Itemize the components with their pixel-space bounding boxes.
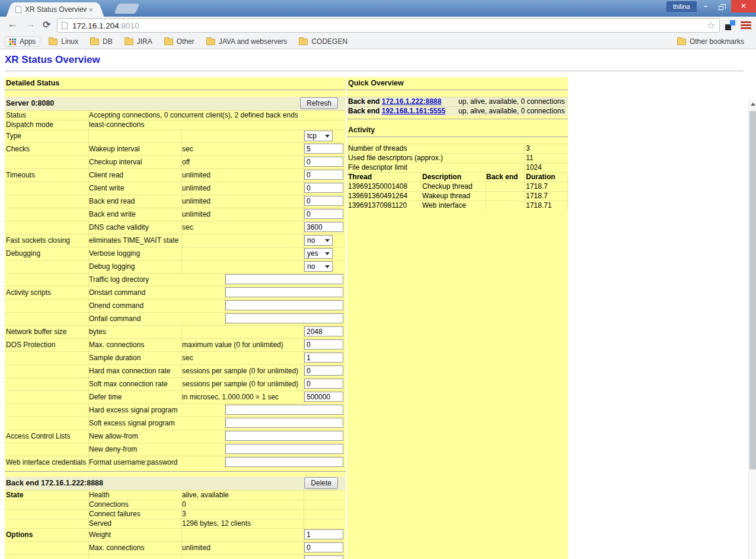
bookmark-folder-other[interactable]: Other [164, 37, 194, 46]
cell: New deny-from [89, 443, 225, 456]
cell [5, 221, 89, 234]
server-row: Network buffer sizebytes [5, 325, 346, 338]
server-row-text-input[interactable] [225, 313, 343, 323]
window-close-button[interactable]: ✕ [731, 0, 756, 12]
server-row-value-input[interactable] [304, 339, 343, 350]
refresh-button[interactable]: Refresh [300, 97, 338, 109]
server-row-select[interactable]: yes [304, 248, 333, 259]
backend-row-value-input[interactable] [304, 555, 343, 559]
profile-name-badge[interactable]: thilina [666, 1, 697, 12]
cell: Debug logging [89, 260, 182, 273]
cell: 0 [182, 500, 304, 509]
server-row: DNS cache validitysec [5, 221, 346, 234]
cell [182, 260, 304, 273]
thread-cell: 139691370981120 [348, 201, 421, 210]
back-button[interactable]: ← [7, 18, 18, 30]
vertical-scrollbar[interactable] [748, 100, 756, 559]
reload-button[interactable]: ⟳ [43, 19, 50, 30]
bookmark-label: Other [177, 37, 194, 46]
server-row: Hard excess signal program [5, 404, 346, 417]
server-row-value-input[interactable] [304, 352, 343, 363]
server-row-text-input[interactable] [225, 444, 343, 454]
server-row-value-input[interactable] [304, 379, 343, 389]
server-row-text-input[interactable] [225, 405, 343, 415]
backend-row: StateHealthalive, available [5, 490, 346, 500]
scroll-up-arrow[interactable] [749, 100, 756, 109]
server-row-value-input[interactable] [304, 366, 343, 376]
cell [5, 195, 89, 208]
server-row-text-input[interactable] [225, 431, 343, 441]
backend-row-value-input[interactable] [304, 542, 343, 552]
cell: DNS cache validity [89, 221, 182, 234]
server-row-text-input[interactable] [225, 274, 343, 284]
server-row-value-input[interactable] [304, 157, 343, 167]
server-row-value-input[interactable] [304, 209, 343, 219]
server-row-value-input[interactable] [304, 170, 343, 180]
server-row-value-input[interactable] [304, 222, 343, 232]
server-row-value-input[interactable] [304, 326, 343, 336]
activity-stat-row: Used file descriptors (approx.)11 [347, 153, 568, 163]
restore-icon [719, 6, 723, 10]
address-bar[interactable]: 172.16.1.204:8010 ☆ [57, 18, 720, 33]
server-row-value-input[interactable] [304, 196, 343, 206]
server-row-select[interactable]: no [304, 235, 333, 246]
cell: Client write [89, 182, 182, 195]
url-host: 172.16.1.204 [72, 21, 119, 30]
browser-tab[interactable]: XR Status Overview × [13, 2, 97, 17]
server-row-select[interactable]: no [304, 261, 333, 272]
server-row-value-input[interactable] [304, 183, 343, 193]
cell: Onfail command [89, 312, 225, 325]
extension-icon[interactable] [725, 20, 735, 30]
cell: Soft max connection rate [89, 377, 182, 390]
delete-button[interactable]: Delete [304, 477, 338, 489]
forward-button[interactable]: → [25, 18, 36, 30]
bookmark-folder-codegen[interactable]: CODEGEN [299, 37, 347, 46]
server-row-text-input[interactable] [225, 457, 343, 467]
backend-row-value-input[interactable] [304, 529, 343, 539]
cell: 1296 bytes, 12 clients [182, 519, 304, 528]
server-row-text-input[interactable] [225, 287, 343, 297]
bookmark-apps[interactable]: Apps [5, 36, 40, 47]
cell: Health [89, 490, 182, 500]
cell: Hard max connection rate [89, 364, 182, 377]
cell [5, 377, 89, 390]
bookmark-folder-jira[interactable]: JIRA [125, 37, 152, 46]
server-row-text-input[interactable] [225, 418, 343, 428]
cell [5, 519, 89, 528]
cell: 3 [182, 509, 304, 519]
cell [5, 509, 89, 519]
backend-row: Served1296 bytes, 12 clients [5, 519, 346, 528]
tab-close-icon[interactable]: × [87, 5, 95, 14]
cell [182, 247, 304, 260]
server-row-select[interactable]: tcp [304, 131, 333, 141]
cell: Served [89, 519, 182, 528]
chevron-down-icon [325, 239, 330, 242]
folder-icon [164, 39, 173, 45]
server-row: TimeoutsClient readunlimited [5, 169, 346, 182]
cell [182, 129, 304, 142]
server-row: Hard max connection ratesessions per sam… [5, 364, 346, 377]
server-row: Back end writeunlimited [5, 208, 346, 221]
bookmark-label: CODEGEN [311, 37, 347, 46]
bookmark-other-bookmarks[interactable]: Other bookmarks [677, 37, 744, 46]
chrome-menu-icon[interactable] [741, 21, 751, 30]
server-row-value-input[interactable] [304, 392, 343, 402]
cell: least-connections [89, 120, 344, 129]
backend-link[interactable]: 192.168.1.161:5555 [382, 107, 445, 115]
bookmark-folder-java-and-webservers[interactable]: JAVA and webservers [206, 37, 288, 46]
cell: sec [182, 351, 304, 364]
window-restore-button[interactable] [714, 0, 728, 12]
bookmark-label: Linux [61, 37, 78, 46]
server-row: Activity scriptsOnstart command [5, 286, 346, 299]
scrollbar-thumb[interactable] [749, 111, 756, 469]
bookmark-star-icon[interactable]: ☆ [707, 19, 715, 32]
cell: Debugging [5, 247, 89, 260]
window-minimize-button[interactable]: – [698, 0, 713, 12]
bookmark-folder-db[interactable]: DB [90, 37, 113, 46]
server-row-text-input[interactable] [225, 300, 343, 310]
server-row-value-input[interactable] [304, 144, 343, 154]
new-tab-button[interactable] [114, 4, 140, 14]
backend-link[interactable]: 172.16.1.222:8888 [382, 97, 442, 106]
bookmark-folder-linux[interactable]: Linux [49, 37, 78, 46]
cell: sec [182, 142, 304, 155]
